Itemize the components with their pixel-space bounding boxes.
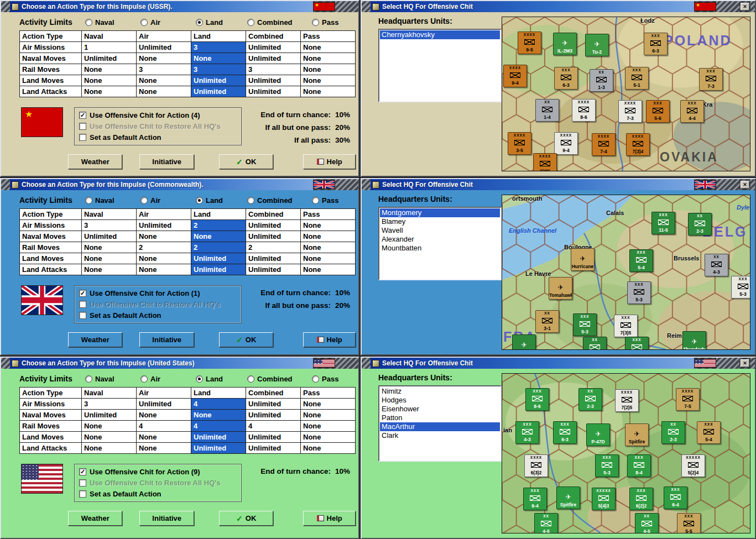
unit-counter[interactable]: XXX4-3: [515, 421, 539, 444]
unit-counter[interactable]: XXX6-3: [554, 67, 578, 90]
unit-counter[interactable]: XXXX7-3: [618, 100, 642, 123]
weather-button[interactable]: Weather: [68, 332, 122, 347]
unit-counter[interactable]: ✈P-47D: [586, 423, 610, 446]
unit-counter[interactable]: XX3-1: [535, 310, 559, 333]
unit-counter[interactable]: XXXX3-5: [508, 132, 531, 155]
titlebar[interactable]: Select HQ For Offensive Chit ✕: [362, 179, 755, 190]
map-eastern-front[interactable]: ŁodzPOLANDKraOVAKIA XXXX9-5✈IL-2M3✈Tu-2X…: [502, 17, 750, 171]
radio-land[interactable]: Land: [196, 375, 247, 383]
unit-counter[interactable]: XXX4-4: [680, 100, 704, 123]
unit-counter[interactable]: ✈Spitfire: [556, 486, 580, 509]
titlebar[interactable]: Choose an Action Type for this Impulse (…: [1, 358, 358, 369]
unit-counter[interactable]: XXX6(2)2: [629, 488, 653, 510]
unit-counter[interactable]: XXX6-4: [523, 488, 547, 510]
unit-counter[interactable]: XXX5-3: [731, 276, 750, 299]
hq-listbox[interactable]: Nimitz Hodges Eisenhower Patton MacArthu…: [378, 385, 502, 462]
radio-land[interactable]: Land: [196, 18, 247, 27]
titlebar[interactable]: Choose an Action Type for this Impulse (…: [1, 179, 358, 190]
close-button[interactable]: ✕: [741, 359, 749, 367]
hq-list-item[interactable]: [380, 75, 500, 83]
close-button[interactable]: ✕: [741, 3, 749, 11]
unit-counter[interactable]: XXXX9-4: [503, 65, 527, 87]
ok-button[interactable]: ✓OK: [219, 332, 273, 347]
titlebar[interactable]: Choose an Action Type for this Impulse (…: [1, 1, 358, 12]
hq-list-item[interactable]: [380, 39, 500, 48]
radio-pass[interactable]: Pass: [312, 375, 351, 383]
help-button[interactable]: Help: [303, 332, 356, 347]
unit-counter[interactable]: XXX6-3: [553, 421, 577, 444]
titlebar[interactable]: Select HQ For Offensive Chit ✕: [362, 1, 755, 12]
unit-counter[interactable]: XX4-5: [635, 513, 659, 533]
unit-counter[interactable]: XXX4-3: [625, 337, 649, 350]
unit-counter[interactable]: XXXX7(2)5: [533, 153, 557, 171]
ok-button[interactable]: ✓OK: [219, 511, 273, 526]
initiative-button[interactable]: Initiative: [139, 332, 194, 347]
unit-counter[interactable]: XXX6-3: [644, 33, 668, 55]
weather-button[interactable]: Weather: [68, 154, 122, 169]
checkbox-use-offensive-chit[interactable]: ✓ Use Offensive Chit for Action (4): [79, 111, 237, 119]
unit-counter[interactable]: XX1-4: [535, 99, 559, 122]
unit-counter[interactable]: XXXX7-5: [676, 388, 700, 411]
close-button[interactable]: ✕: [741, 181, 749, 189]
radio-air[interactable]: Air: [140, 196, 196, 205]
map-us-front[interactable]: ian XXX8-6XX2-3XXXX7(2)5XXXX7-5XXX4-3XXX…: [502, 373, 750, 533]
hq-list-item[interactable]: [380, 48, 500, 57]
hq-list-item[interactable]: [380, 57, 500, 66]
hq-listbox[interactable]: Montgomery Blamey Wavell Alexander Mount…: [378, 207, 502, 280]
hq-list-item[interactable]: [380, 66, 500, 75]
unit-counter[interactable]: XXX5-1: [625, 67, 649, 90]
hq-list-item[interactable]: Eisenhower: [380, 405, 500, 414]
unit-counter[interactable]: XXX8-4: [627, 454, 651, 477]
hq-list-item[interactable]: Blamey: [380, 217, 500, 226]
hq-list-item[interactable]: Patton: [380, 414, 500, 422]
unit-counter[interactable]: XXXX9-5: [518, 32, 541, 54]
hq-list-item[interactable]: Chernyakhovsky: [380, 30, 500, 39]
radio-combined[interactable]: Combined: [247, 375, 312, 383]
unit-counter[interactable]: XXXX7(3)4: [626, 133, 650, 156]
radio-pass[interactable]: Pass: [312, 18, 351, 27]
unit-counter[interactable]: XXXX6(3)2: [524, 454, 548, 477]
radio-land[interactable]: Land: [196, 196, 247, 205]
unit-counter[interactable]: XX4-2: [583, 337, 607, 350]
hq-list-item[interactable]: Hodges: [380, 396, 500, 405]
unit-counter[interactable]: ✈Tomahawk: [549, 277, 572, 300]
titlebar[interactable]: Select HQ For Offensive Chit ✕: [362, 358, 755, 369]
unit-counter[interactable]: XXX5-3: [595, 454, 619, 477]
radio-naval[interactable]: Naval: [85, 18, 140, 27]
hq-list-item[interactable]: Clark: [380, 431, 500, 440]
unit-counter[interactable]: ✈Hurricane: [571, 248, 595, 271]
unit-counter[interactable]: XXX7(3)5: [614, 315, 638, 337]
unit-counter[interactable]: XXXX9-4: [554, 132, 578, 155]
unit-counter[interactable]: XX2-3: [661, 421, 685, 444]
initiative-button[interactable]: Initiative: [139, 511, 194, 526]
unit-counter[interactable]: ✈Spitfire: [625, 423, 649, 446]
checkbox-set-default-action[interactable]: Set as Default Action: [79, 490, 237, 498]
unit-counter[interactable]: XXX5-6: [646, 100, 670, 123]
unit-counter[interactable]: XX1-3: [590, 69, 613, 92]
unit-counter[interactable]: XXXX7(2)5: [615, 389, 639, 412]
hq-list-item[interactable]: Montgomery: [380, 208, 500, 217]
unit-counter[interactable]: XXXX8-6: [572, 99, 596, 122]
hq-list-item[interactable]: Nimitz: [380, 387, 500, 396]
checkbox-use-offensive-chit[interactable]: ✓ Use Offensive Chit for Action (1): [79, 289, 237, 297]
hq-list-item[interactable]: [380, 253, 500, 261]
help-button[interactable]: Help: [303, 511, 356, 526]
radio-air[interactable]: Air: [140, 18, 196, 27]
hq-list-item[interactable]: Alexander: [380, 235, 500, 244]
hq-list-item[interactable]: Mountbatten: [380, 244, 500, 253]
unit-counter[interactable]: XXX11-5: [651, 212, 675, 234]
unit-counter[interactable]: ✈B-26F: [512, 334, 536, 350]
help-button[interactable]: Help: [303, 154, 356, 169]
radio-air[interactable]: Air: [140, 375, 196, 383]
radio-naval[interactable]: Naval: [85, 375, 140, 383]
initiative-button[interactable]: Initiative: [139, 154, 194, 169]
unit-counter[interactable]: ✈Thunderbolt: [682, 331, 706, 350]
unit-counter[interactable]: XX4-3: [705, 254, 728, 276]
hq-list-item[interactable]: MacArthur: [380, 422, 500, 431]
unit-counter[interactable]: XXXXX5(2)4: [681, 454, 705, 477]
unit-counter[interactable]: XXX5-3: [627, 281, 651, 304]
unit-counter[interactable]: XXX5-5: [677, 513, 701, 533]
unit-counter[interactable]: XXX6-4: [664, 486, 687, 509]
hq-listbox[interactable]: Chernyakhovsky: [378, 29, 502, 102]
unit-counter[interactable]: XX2-3: [578, 388, 602, 411]
